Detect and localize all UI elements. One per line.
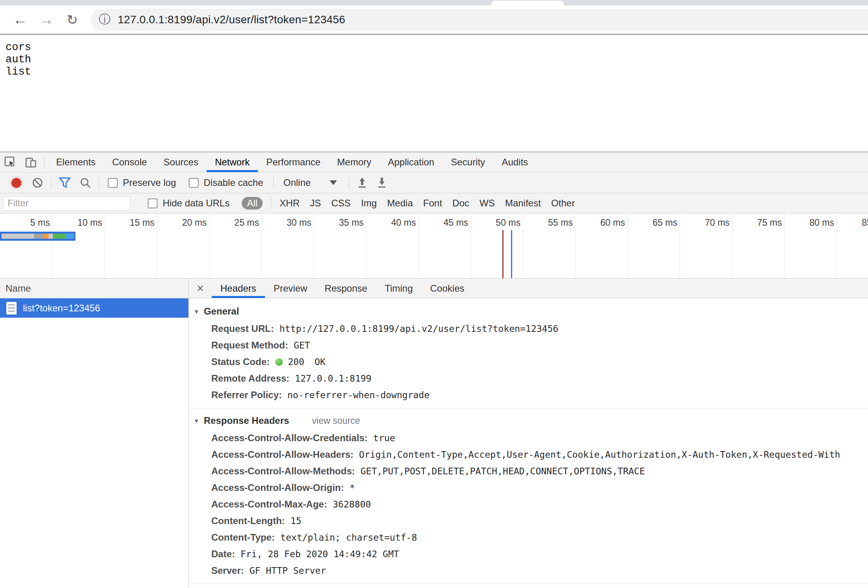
name-column-header[interactable]: Name — [0, 279, 188, 298]
hide-data-urls-checkbox[interactable] — [148, 198, 158, 208]
type-filter[interactable]: All — [242, 197, 263, 210]
type-filter[interactable]: XHR — [280, 198, 300, 209]
header-field-row: Access-Control-Max-Age: 3628800 — [189, 496, 868, 513]
close-icon[interactable]: × — [189, 279, 212, 298]
hide-data-urls-label: Hide data URLs — [163, 198, 229, 209]
header-field-value: 127.0.0.1:8199 — [295, 373, 372, 384]
type-filter[interactable]: CSS — [331, 198, 351, 209]
details-tabs: HeadersPreviewResponseTimingCookies — [212, 279, 473, 298]
filter-icon[interactable] — [59, 177, 71, 188]
header-field-label: Access-Control-Allow-Origin: — [211, 482, 344, 493]
record-icon[interactable] — [11, 178, 21, 188]
header-field-value: text/plain; charset=utf-8 — [280, 532, 417, 543]
document-icon — [6, 302, 17, 315]
timeline-tick-label: 65 ms — [622, 217, 677, 228]
collapse-arrow-icon[interactable]: ▼ — [194, 418, 204, 424]
header-field-label: Access-Control-Allow-Methods: — [211, 466, 355, 477]
export-har-icon[interactable] — [376, 176, 387, 189]
header-field-label: Request URL: — [211, 323, 274, 334]
details-tab[interactable]: Timing — [376, 279, 421, 298]
request-row[interactable]: list?token=123456 — [0, 298, 188, 318]
page-info-icon[interactable]: ⓘ — [99, 11, 111, 28]
general-fields: Request URL: http://127.0.0.1:8199/api.v… — [189, 320, 868, 403]
browser-active-tab[interactable] — [491, 1, 564, 6]
disable-cache-checkbox[interactable] — [189, 178, 199, 188]
header-field-label: Remote Address: — [211, 373, 289, 384]
devtools-tab[interactable]: Performance — [258, 152, 329, 172]
url-text[interactable]: 127.0.0.1:8199/api.v2/user/list?token=12… — [118, 13, 345, 26]
page-text-line: auth — [6, 54, 862, 66]
waterfall-segment-request — [44, 234, 49, 239]
header-field-label: Content-Length: — [211, 515, 285, 526]
header-field-label: Status Code: — [211, 356, 270, 367]
header-field-label: Date: — [211, 549, 235, 560]
type-filter[interactable]: Media — [387, 198, 413, 209]
address-bar[interactable]: ⓘ 127.0.0.1:8199/api.v2/user/list?token=… — [91, 9, 868, 31]
network-filter-bar: Hide data URLs AllXHRJSCSSImgMediaFontDo… — [0, 193, 868, 213]
devtools-panel: ElementsConsoleSourcesNetworkPerformance… — [0, 152, 868, 588]
devtools-tab[interactable]: Security — [443, 152, 494, 172]
details-tab[interactable]: Response — [316, 279, 376, 298]
header-field-label: Access-Control-Allow-Headers: — [211, 449, 353, 460]
back-icon[interactable]: ← — [7, 11, 33, 28]
type-filter-list: AllXHRJSCSSImgMediaFontDocWSManifestOthe… — [237, 197, 580, 210]
details-tab[interactable]: Headers — [212, 279, 265, 298]
import-har-icon[interactable] — [357, 176, 368, 189]
type-filter[interactable]: Img — [361, 198, 377, 209]
waterfall-segment-wait — [49, 234, 53, 239]
inspect-element-icon[interactable] — [0, 152, 21, 172]
reload-icon[interactable]: ↻ — [59, 12, 85, 28]
devtools-tab[interactable]: Network — [207, 152, 258, 172]
general-section-title: General — [204, 306, 239, 317]
type-filter[interactable]: Manifest — [505, 198, 541, 209]
type-filter[interactable]: JS — [310, 198, 321, 209]
waterfall-segment-download — [53, 234, 66, 239]
timeline-tick-label: 85 ms — [831, 217, 868, 228]
header-field-row: Remote Address: 127.0.0.1:8199 — [189, 370, 868, 387]
timeline-tick-label: 25 ms — [204, 217, 259, 228]
timeline-tick-label: 60 ms — [570, 217, 625, 228]
timeline-tick-label: 40 ms — [361, 217, 416, 228]
type-filter[interactable]: Font — [423, 198, 442, 209]
header-field-row: Server: GF HTTP Server — [189, 562, 868, 579]
clear-icon[interactable] — [32, 177, 43, 189]
waterfall-bar-selected[interactable] — [0, 232, 75, 241]
type-filter[interactable]: Other — [551, 198, 575, 209]
general-section-header[interactable]: ▼ General — [189, 302, 868, 320]
response-header-fields: Access-Control-Allow-Credentials: true A… — [189, 430, 868, 579]
view-source-link[interactable]: view source — [312, 416, 360, 426]
forward-icon[interactable]: → — [33, 11, 59, 28]
toolbar-separator — [273, 176, 274, 189]
devtools-tab[interactable]: Memory — [329, 152, 380, 172]
timeline-overview[interactable]: 5 ms10 ms15 ms20 ms25 ms30 ms35 ms40 ms4… — [0, 213, 868, 279]
header-field-row: Status Code: 200 OK — [189, 354, 868, 370]
search-icon[interactable] — [79, 177, 91, 189]
devtools-tab[interactable]: Elements — [48, 152, 104, 172]
toolbar-separator — [99, 176, 99, 189]
type-filter[interactable]: Doc — [453, 198, 470, 209]
header-field-row: Request URL: http://127.0.0.1:8199/api.v… — [189, 320, 868, 337]
devtools-tabbar: ElementsConsoleSourcesNetworkPerformance… — [0, 152, 868, 172]
devtools-tab[interactable]: Application — [380, 152, 442, 172]
network-toolbar: Preserve log Disable cache Online — [0, 172, 868, 193]
device-toolbar-icon[interactable] — [21, 152, 41, 172]
details-tab[interactable]: Cookies — [421, 279, 473, 298]
preserve-log-checkbox[interactable] — [108, 178, 118, 188]
header-field-value: * — [349, 483, 355, 493]
response-headers-section-header[interactable]: ▼ Response Headers view source — [189, 412, 868, 430]
preserve-log-label: Preserve log — [123, 177, 176, 188]
type-filter[interactable]: WS — [479, 198, 495, 209]
details-tab[interactable]: Preview — [265, 279, 316, 298]
collapse-arrow-icon[interactable]: ▼ — [194, 308, 204, 315]
header-field-row: Referrer Policy: no-referrer-when-downgr… — [189, 387, 868, 403]
devtools-tab[interactable]: Sources — [155, 152, 207, 172]
devtools-tab[interactable]: Console — [104, 152, 155, 172]
timeline-tick-label: 70 ms — [674, 217, 730, 228]
devtools-tab[interactable]: Audits — [493, 152, 536, 172]
request-details-panel: × HeadersPreviewResponseTimingCookies ▼ … — [189, 279, 868, 588]
devtools-main-tabs: ElementsConsoleSourcesNetworkPerformance… — [48, 152, 536, 172]
filter-input[interactable] — [3, 196, 130, 211]
chevron-down-icon[interactable] — [330, 180, 337, 185]
throttling-select[interactable]: Online — [283, 177, 310, 188]
header-field-row: Content-Length: 15 — [189, 513, 868, 529]
